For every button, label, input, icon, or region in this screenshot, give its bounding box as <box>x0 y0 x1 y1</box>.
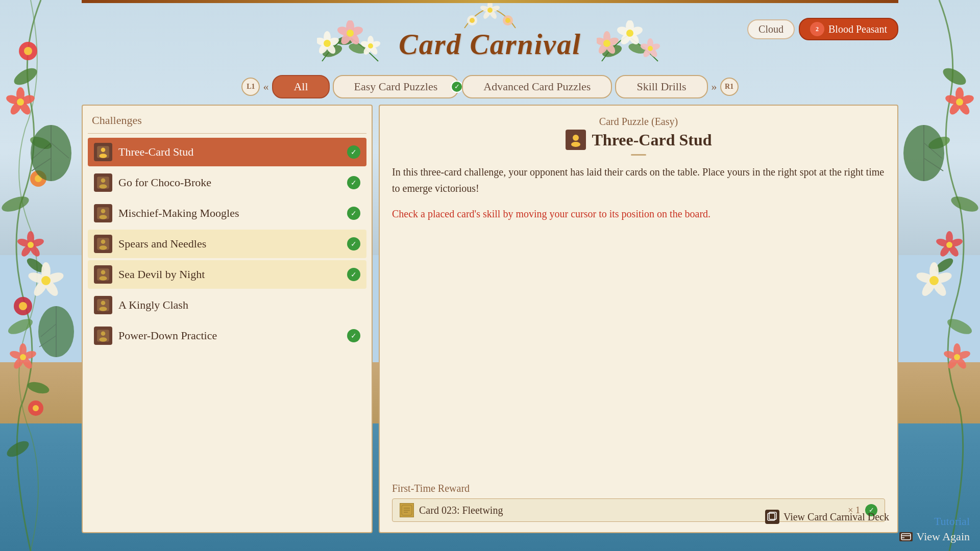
svg-point-105 <box>347 30 354 37</box>
detail-spacer <box>392 231 885 483</box>
svg-point-152 <box>99 337 107 342</box>
tab-all[interactable]: All <box>272 75 329 98</box>
challenge-item-sea-devil[interactable]: Sea Devil by Night ✓ <box>88 260 366 289</box>
title-left-flowers <box>317 20 383 68</box>
detail-panel: Card Puzzle (Easy) Three-Card Stud In th… <box>379 105 898 533</box>
challenge-name-power-down: Power-Down Practice <box>118 329 347 342</box>
challenges-header: Challenges <box>88 111 366 134</box>
svg-point-140 <box>99 215 107 219</box>
svg-point-143 <box>99 245 107 250</box>
svg-point-80 <box>954 354 960 360</box>
challenge-icon-spears-needles <box>94 235 112 253</box>
header-floral-deco <box>459 3 521 33</box>
tab-advanced-card-puzzles[interactable]: Advanced Card Puzzles <box>462 75 612 98</box>
svg-point-74 <box>929 276 939 285</box>
tab-easy-card-puzzles[interactable]: Easy Card Puzzles ✓ <box>333 75 459 98</box>
svg-point-142 <box>101 239 106 244</box>
tab-advanced-label: Advanced Card Puzzles <box>483 80 591 93</box>
l1-label: L1 <box>247 83 255 91</box>
svg-point-82 <box>470 18 475 23</box>
detail-subtitle: Card Puzzle (Easy) <box>392 116 885 128</box>
svg-point-154 <box>573 135 579 141</box>
view-deck-icon <box>765 510 779 524</box>
detail-title: Three-Card Stud <box>592 131 712 149</box>
challenge-check-spears-needles: ✓ <box>347 237 360 251</box>
detail-card-icon <box>566 130 586 150</box>
svg-point-148 <box>101 300 106 305</box>
challenge-item-choco-broke[interactable]: Go for Choco-Broke ✓ <box>88 168 366 197</box>
right-chevron: » <box>712 80 717 93</box>
svg-point-50 <box>949 193 980 215</box>
main-content: Challenges Three-Card Stud ✓ <box>82 105 898 533</box>
cloud-label: Cloud <box>758 23 783 35</box>
detail-hint: Check a placed card's skill by moving yo… <box>392 206 885 222</box>
svg-point-133 <box>101 147 106 152</box>
challenge-icon-sea-devil <box>94 265 112 284</box>
floral-decoration-left <box>0 0 82 551</box>
tab-skill-drills[interactable]: Skill Drills <box>615 75 707 98</box>
svg-point-14 <box>33 405 39 411</box>
reward-section-label: First-Time Reward <box>392 483 885 494</box>
challenge-check-power-down: ✓ <box>347 329 360 342</box>
user-info-area: Cloud 2 Blood Peasant <box>747 18 898 40</box>
challenge-icon-power-down <box>94 327 112 345</box>
tab-easy-check: ✓ <box>451 81 463 93</box>
challenges-panel: Challenges Three-Card Stud ✓ <box>82 105 373 533</box>
detail-description: In this three-card challenge, your oppon… <box>392 164 885 196</box>
svg-point-64 <box>946 242 952 248</box>
challenge-icon-kingly-clash <box>94 296 112 314</box>
svg-point-0 <box>11 65 39 88</box>
challenge-name-spears-needles: Spears and Needles <box>118 237 347 251</box>
challenge-check-three-card-stud: ✓ <box>347 145 360 159</box>
top-decoration-bar <box>82 0 898 3</box>
header: Cloud 2 Blood Peasant <box>82 10 898 71</box>
svg-rect-162 <box>901 534 911 540</box>
challenge-item-three-card-stud[interactable]: Three-Card Stud ✓ <box>88 138 366 166</box>
challenge-item-power-down[interactable]: Power-Down Practice ✓ <box>88 321 366 350</box>
challenge-name-kingly-clash: A Kingly Clash <box>118 298 360 312</box>
nav-left-arrow[interactable]: L1 <box>241 78 260 96</box>
svg-point-2 <box>0 193 31 215</box>
svg-point-137 <box>99 184 107 189</box>
r1-label: R1 <box>725 83 733 91</box>
svg-point-88 <box>487 8 493 13</box>
badge-number-icon: 2 <box>810 22 824 36</box>
challenge-name-three-card-stud: Three-Card Stud <box>118 145 347 159</box>
blood-peasant-label: Blood Peasant <box>828 23 887 35</box>
challenge-name-sea-devil: Sea Devil by Night <box>118 268 347 281</box>
view-card-carnival-deck-button[interactable]: View Card Carnival Deck <box>765 510 889 524</box>
cloud-badge: Cloud <box>747 19 795 39</box>
blood-peasant-badge: 2 Blood Peasant <box>799 18 898 40</box>
challenge-list: Three-Card Stud ✓ Go for Choco-Broke ✓ <box>88 138 366 527</box>
challenge-check-sea-devil: ✓ <box>347 268 360 281</box>
bottom-right-area: Tutorial View Again <box>899 515 970 543</box>
challenge-item-kingly-clash[interactable]: A Kingly Clash <box>88 291 366 319</box>
svg-point-136 <box>101 178 106 183</box>
svg-point-5 <box>26 380 51 396</box>
svg-point-32 <box>20 354 26 360</box>
svg-point-151 <box>101 331 106 336</box>
svg-point-111 <box>368 43 373 48</box>
svg-point-47 <box>41 276 51 285</box>
nav-right-arrow[interactable]: R1 <box>720 78 739 96</box>
svg-point-149 <box>99 307 107 311</box>
svg-point-155 <box>571 142 580 147</box>
challenge-name-moogles: Mischief-Making Moogles <box>118 207 347 220</box>
tab-all-label: All <box>293 80 308 93</box>
svg-point-125 <box>626 30 633 37</box>
tab-easy-label: Easy Card Puzzles <box>354 80 438 93</box>
challenge-item-moogles[interactable]: Mischief-Making Moogles ✓ <box>88 199 366 228</box>
svg-point-58 <box>956 98 963 106</box>
detail-divider <box>631 154 646 156</box>
svg-point-139 <box>101 209 106 213</box>
svg-point-99 <box>324 40 331 47</box>
view-again-icon <box>899 532 913 541</box>
svg-point-134 <box>99 154 107 158</box>
challenge-item-spears-needles[interactable]: Spears and Needles ✓ <box>88 230 366 258</box>
ui-container: Cloud 2 Blood Peasant <box>82 10 898 520</box>
challenge-icon-choco-broke <box>94 173 112 192</box>
nav-tabs: L1 « All Easy Card Puzzles ✓ Advanced Ca… <box>82 75 898 98</box>
tab-skill-drills-label: Skill Drills <box>636 80 686 93</box>
svg-point-26 <box>28 242 34 248</box>
view-again-row[interactable]: View Again <box>899 530 970 543</box>
